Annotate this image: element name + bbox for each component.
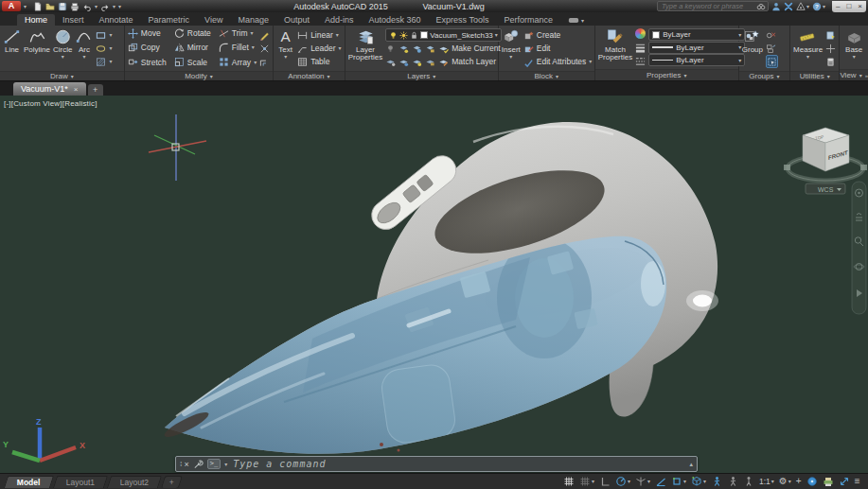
search-input[interactable] <box>660 1 754 11</box>
vacuum-model[interactable] <box>162 122 718 454</box>
ungroup-button[interactable] <box>766 28 778 42</box>
array-caret-icon[interactable]: ▾ <box>254 60 257 65</box>
group-edit-button[interactable] <box>766 42 778 55</box>
edit-attributes-caret-icon[interactable]: ▾ <box>589 59 592 64</box>
exchange-caret-icon[interactable]: ▾ <box>806 4 809 9</box>
sign-in-button[interactable] <box>771 2 781 11</box>
stretch-button[interactable]: Stretch <box>128 56 167 69</box>
table-button[interactable]: Table <box>297 55 341 68</box>
object-color-select[interactable]: ByLayer▾ <box>648 28 745 41</box>
linetype-icon[interactable] <box>635 56 646 66</box>
3d-osnap-caret-icon[interactable]: ▾ <box>703 479 706 484</box>
properties-panel-caret-icon[interactable]: ▾ <box>683 73 686 79</box>
match-properties-button[interactable]: Match Properties <box>598 26 632 68</box>
tab-view[interactable]: View <box>197 14 230 26</box>
annotation-monitor-plus[interactable]: + <box>793 474 804 489</box>
ellipse-button[interactable]: ▾ <box>96 42 112 55</box>
model-tab[interactable]: Model <box>4 476 54 488</box>
edit-block-button[interactable]: Edit <box>523 42 592 55</box>
open-folder-icon[interactable] <box>45 2 55 11</box>
insert-caret-icon[interactable]: ▾ <box>509 54 512 60</box>
leader-button[interactable]: Leader▾ <box>297 42 341 55</box>
group-button[interactable]: Group <box>742 26 763 70</box>
quick-calc-button[interactable] <box>825 55 836 68</box>
linear-caret-icon[interactable]: ▾ <box>336 32 339 38</box>
command-line[interactable]: ⁞⁞ × >_ ▾ ▴ <box>175 456 698 472</box>
3d-object-snap-toggle[interactable]: ▾ <box>688 474 708 489</box>
base-caret-icon[interactable]: ▾ <box>853 54 856 60</box>
layers-panel-caret-icon[interactable]: ▾ <box>433 74 435 79</box>
new-file-icon[interactable] <box>33 2 43 11</box>
command-history-caret-icon[interactable]: ▴ <box>689 461 693 468</box>
minimize-button[interactable]: – <box>836 2 840 11</box>
offset-button[interactable] <box>259 55 270 68</box>
rectangle-button[interactable]: ▾ <box>96 28 112 42</box>
workspace-switching-button[interactable]: ⚙▾ <box>776 474 793 489</box>
file-tab-active[interactable]: Vacuum-V1* × <box>13 82 86 96</box>
trim-caret-icon[interactable]: ▾ <box>251 30 254 36</box>
text-caret-icon[interactable]: ▾ <box>284 54 287 60</box>
groups-panel-caret-icon[interactable]: ▾ <box>777 74 780 79</box>
restore-button[interactable]: □ <box>846 2 851 11</box>
ribbon-minimize-button[interactable]: ▾ <box>568 17 584 26</box>
new-layout-button[interactable]: + <box>161 476 183 488</box>
panel-title-view[interactable]: View▾» <box>840 69 868 80</box>
object-snap-tracking-toggle[interactable] <box>652 474 668 489</box>
annotation-autoscale-toggle[interactable] <box>724 474 740 489</box>
annotation-visibility-toggle[interactable] <box>708 474 724 489</box>
utilities-panel-caret-icon[interactable]: ▾ <box>827 74 830 79</box>
close-button[interactable]: × <box>858 2 862 11</box>
mirror-button[interactable]: Mirror <box>174 41 211 54</box>
rectangle-caret-icon[interactable]: ▾ <box>109 32 112 38</box>
layer-select-caret-icon[interactable]: ▾ <box>495 32 498 38</box>
circle-caret-icon[interactable]: ▾ <box>62 54 64 60</box>
panel-title-draw[interactable]: Draw▾ <box>0 71 124 80</box>
circle-button[interactable]: Circle ▾ <box>53 26 72 70</box>
panel-title-properties[interactable]: Properties▾ <box>595 69 738 80</box>
fillet-caret-icon[interactable]: ▾ <box>252 44 255 50</box>
isodraft-caret-icon[interactable]: ▾ <box>647 479 650 484</box>
ucs-icon[interactable]: Z X Y <box>3 417 85 461</box>
modify-panel-caret-icon[interactable]: ▾ <box>210 74 213 79</box>
tab-express-tools[interactable]: Express Tools <box>429 14 497 26</box>
polar-tracking-toggle[interactable]: ▾ <box>612 474 632 489</box>
annotation-panel-caret-icon[interactable]: ▾ <box>328 74 330 79</box>
help-caret-icon[interactable]: ▾ <box>823 4 825 9</box>
arc-caret-icon[interactable]: ▾ <box>82 54 85 60</box>
panel-title-block[interactable]: Block▾ <box>499 71 594 80</box>
edit-attributes-button[interactable]: Edit Attributes▾ <box>523 55 592 68</box>
layout2-tab[interactable]: Layout2 <box>107 476 162 488</box>
base-button[interactable]: Base ▾ <box>845 26 863 68</box>
scale-caret-icon[interactable]: ▾ <box>771 479 774 484</box>
tab-annotate[interactable]: Annotate <box>92 14 141 26</box>
rotate-button[interactable]: Rotate <box>174 26 211 40</box>
ortho-toggle[interactable] <box>596 474 612 489</box>
tab-manage[interactable]: Manage <box>230 14 276 26</box>
tab-autodesk360[interactable]: Autodesk 360 <box>362 14 429 26</box>
explode-button[interactable] <box>259 42 270 55</box>
create-block-button[interactable]: Create <box>523 28 592 42</box>
linetype-select[interactable]: ByLayer▾ <box>648 54 745 66</box>
search-binoculars-icon[interactable] <box>756 2 766 11</box>
isometric-drafting-toggle[interactable]: ▾ <box>632 474 652 489</box>
navigation-bar[interactable] <box>852 182 866 314</box>
plot-icon[interactable] <box>70 2 80 11</box>
panel-title-annotation[interactable]: Annotation▾ <box>274 71 345 80</box>
annotation-scale-figure[interactable] <box>740 474 756 489</box>
autodesk360-button[interactable] <box>784 2 793 11</box>
linear-dimension-button[interactable]: Linear▾ <box>297 28 341 42</box>
drawing-viewport[interactable]: [-][Custom View][Realistic] <box>0 96 868 473</box>
match-layer-button[interactable]: Match Layer <box>385 55 502 68</box>
make-current-button[interactable]: Make Current <box>385 42 502 55</box>
panel-title-groups[interactable]: Groups▾ <box>739 71 789 80</box>
help-search-box[interactable] <box>657 1 769 11</box>
command-customize-wrench-icon[interactable] <box>193 459 204 469</box>
undo-caret-icon[interactable]: ▾ <box>95 4 97 9</box>
arc-button[interactable]: Arc ▾ <box>75 26 93 70</box>
snap-mode-toggle[interactable]: ▾ <box>576 474 596 489</box>
tab-addins[interactable]: Add-ins <box>317 14 362 26</box>
trim-button[interactable]: Trim▾ <box>219 26 257 40</box>
tab-output[interactable]: Output <box>276 14 317 26</box>
viewcube-compass-east-arrow[interactable] <box>860 165 867 170</box>
tab-insert[interactable]: Insert <box>55 14 92 26</box>
